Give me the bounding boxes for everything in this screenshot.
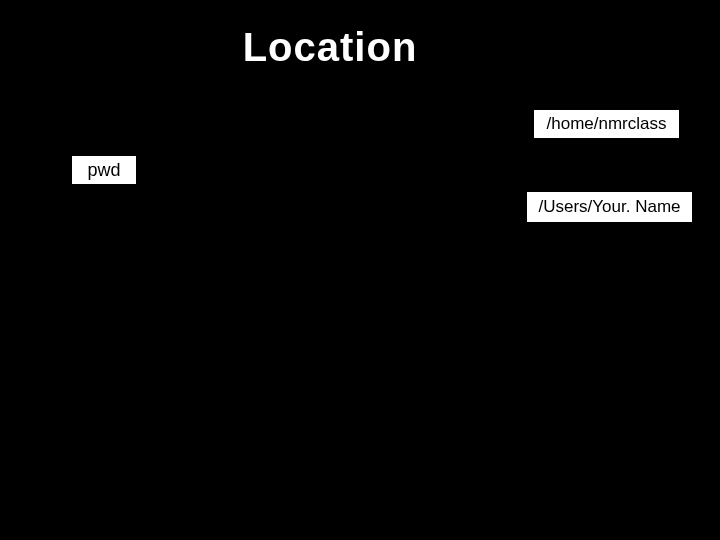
shows-line2a: location as a: [250, 305, 415, 336]
type-label: Type:: [48, 108, 121, 142]
similar-line2: /My. Computer/My. Documents/My. Photos: [96, 425, 623, 456]
users-path-box: /Users/Your. Name: [525, 190, 694, 224]
shows-line1: shows “present working directory” or cur…: [87, 270, 633, 301]
similar-block: similar to: /My. Computer/My. Documents/…: [0, 388, 720, 458]
shows-block: shows “present working directory” or cur…: [0, 268, 720, 338]
title-text: Location: [243, 25, 418, 69]
or-text: OR: [590, 152, 620, 175]
home-path-box: /home/nmrclass: [532, 108, 681, 140]
users-path-text: /Users/Your. Name: [538, 197, 680, 216]
similar-line1: similar to:: [300, 390, 420, 421]
and-hit-text: and hit enter. Should see: [160, 148, 492, 182]
pwd-text: pwd: [87, 160, 120, 180]
title-bar: Location: [35, 12, 625, 82]
slide: Location Type: pwd and hit enter. Should…: [0, 0, 720, 540]
pwd-box: pwd: [70, 154, 138, 186]
home-path-text: /home/nmrclass: [547, 114, 667, 133]
shows-line2b: path: [415, 305, 470, 336]
